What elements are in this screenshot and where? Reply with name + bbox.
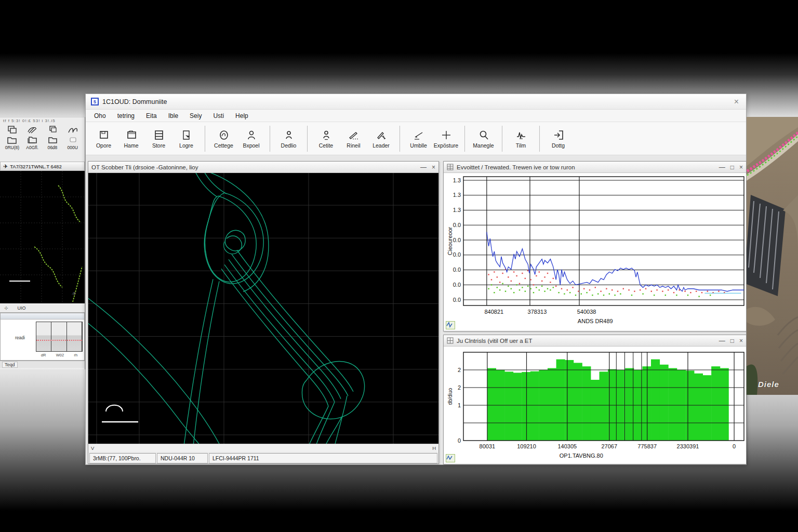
toolbar-button-open[interactable]: Opore [90, 124, 117, 153]
left-toolbar-button-2[interactable]: 06d8 [43, 125, 63, 162]
toolbar-label: Store [152, 142, 165, 149]
chart1-titlebar[interactable]: Evvoittet / Trewated. Trewen ive or tow … [444, 162, 746, 173]
left-toolbar: 0RU(8) A0Gfl. 06d8 000U [0, 124, 85, 162]
close-icon[interactable]: × [739, 337, 743, 344]
toolbar-button-store[interactable]: Store [145, 124, 172, 153]
left-toolbar-button-1[interactable]: A0Gfl. [22, 125, 43, 162]
toolbar-separator [400, 126, 400, 152]
toolbar-label: Umblle [410, 142, 427, 149]
toolbar-button-log[interactable]: Logre [172, 124, 200, 153]
satellite-map-strip[interactable]: Diele [747, 117, 798, 395]
chart2-tool-button[interactable] [446, 454, 455, 462]
toolbar-button-frame[interactable]: Hame [117, 124, 145, 153]
plane-icon: ✈ [3, 164, 8, 169]
toolbar-button-enable[interactable]: Umblle [405, 124, 432, 153]
menu-item[interactable]: tetring [117, 112, 135, 119]
folder-icon [7, 135, 17, 144]
menu-item[interactable]: Help [235, 112, 248, 119]
mdi-client-area: OT Scobber Tli (drsoioe -Gatoninne, lioy… [86, 156, 746, 464]
timeseries-chart-window: Evvoittet / Trewated. Trewen ive or tow … [443, 161, 747, 331]
toolbar-separator [205, 126, 205, 152]
left-status-icon: ⊹ [4, 305, 8, 311]
toolbar-button-settings[interactable]: Cettege [210, 124, 237, 153]
left-window-titlebar[interactable]: ✈ TA7/3271TWNL.T 6482 [0, 162, 85, 171]
toolbar-button-manage[interactable]: Manegle [470, 124, 497, 153]
toolbar-label: Cettege [214, 142, 233, 149]
svg-text:0.0: 0.0 [453, 237, 461, 243]
minimize-icon[interactable]: — [420, 164, 427, 171]
left-statusbar: ⊹ UIO [0, 303, 85, 313]
left-status-text: UIO [18, 305, 26, 311]
signal-tool-icon [446, 322, 453, 328]
status-cell-solution: 3rMB:(77, 100Pbro. [89, 453, 156, 463]
close-icon[interactable]: × [432, 164, 435, 171]
svg-text:540038: 540038 [577, 309, 596, 315]
toolbar-separator [464, 126, 465, 152]
blank-box-icon [68, 135, 78, 144]
plot-scroll-strip[interactable]: V H [88, 444, 438, 452]
toolbar-button-radio[interactable]: Dedlio [275, 124, 302, 153]
page-pen-icon [180, 129, 193, 141]
toolbar-separator [307, 126, 308, 152]
toolbar-button-exit[interactable]: Dottg [544, 124, 572, 153]
minimize-icon[interactable]: — [719, 164, 725, 171]
toolbar-button-leader[interactable]: Leader [367, 124, 395, 153]
chart1-tool-button[interactable] [446, 321, 455, 329]
close-icon[interactable]: × [739, 164, 743, 171]
gnss-trace [34, 247, 62, 287]
chart2-body[interactable]: 8003110921014030527067775837233039102210… [444, 347, 746, 464]
left-sub-titlebar[interactable] [1, 313, 84, 320]
pen-cross-icon [375, 129, 388, 141]
close-icon[interactable]: × [732, 97, 741, 107]
svg-text:0.0: 0.0 [453, 282, 461, 288]
maximize-icon[interactable]: □ [730, 337, 734, 344]
main-titlebar[interactable]: 5 1C1OUD: Dommuniite × [86, 94, 746, 110]
toolbar-label: Bxpoel [243, 142, 259, 149]
chart1-body[interactable]: 1.31.31.30.00.00.00.00.00.08408213783135… [444, 173, 746, 331]
plot-corner-label: .dl [72, 291, 76, 295]
plot-window-title: OT Scobber Tli (drsoioe -Gatoninne, lioy [91, 164, 417, 170]
trajectory-plot-window: OT Scobber Tli (drsoioe -Gatoninne, lioy… [88, 161, 439, 464]
plot-window-titlebar[interactable]: OT Scobber Tli (drsoioe -Gatoninne, lioy… [88, 162, 438, 173]
satellite-image [747, 117, 798, 395]
toolbar-button-export[interactable]: Bxpoel [237, 124, 265, 153]
svg-text:140305: 140305 [557, 443, 577, 449]
edit-pens-icon [26, 125, 38, 135]
left-toolbar-button-3[interactable]: 000U [62, 125, 83, 162]
toolbar-button-edit[interactable]: Cetite [312, 124, 340, 153]
left-toolbar-label: A0Gfl. [26, 145, 38, 150]
mini-chart-ylabel: readi [15, 335, 25, 340]
menu-item[interactable]: Ible [168, 112, 178, 119]
menu-item[interactable]: Seiy [190, 112, 202, 119]
svg-text:1.3: 1.3 [453, 207, 461, 213]
toolbar-button-line[interactable]: Rineil [340, 124, 367, 153]
maximize-icon[interactable]: □ [730, 164, 734, 171]
left-toolbar-label: 0RU(8) [5, 145, 19, 150]
left-app-window: tf f 5:3! 0!:£ 53! i 3!.i5 0RU(8) A0Gfl.… [0, 117, 85, 369]
toolbar-button-exposure[interactable]: Expösture [432, 124, 460, 153]
user-icon [245, 129, 258, 141]
mini-xtick: rh [74, 353, 78, 357]
left-window-title: TA7/3271TWNL.T 6482 [10, 164, 61, 169]
toolbar-label: Logre [179, 142, 193, 149]
svg-text:1.3: 1.3 [453, 192, 461, 198]
mini-chart-cell [51, 322, 66, 351]
toolbar-button-trim[interactable]: Tilm [507, 124, 535, 153]
folder-window-icon [125, 129, 138, 141]
left-track-plot[interactable]: .dl [0, 171, 85, 303]
menu-item[interactable]: Oho [94, 112, 106, 119]
svg-text:ANDS DR489: ANDS DR489 [578, 318, 613, 324]
trajectory-canvas[interactable] [88, 173, 438, 444]
menu-item[interactable]: Usti [213, 112, 224, 119]
menu-item[interactable]: Eita [146, 112, 157, 119]
toolbar-label: Manegle [473, 142, 494, 149]
svg-text:OP1.TAVBNG.80: OP1.TAVBNG.80 [560, 453, 603, 459]
chart2-titlebar[interactable]: Ju Clntrisls (vitil Off uer a ET — □ × [444, 335, 746, 347]
north-arc [106, 405, 123, 411]
toolbar-separator [539, 126, 540, 152]
gnss-track [88, 173, 365, 444]
svg-text:1.3: 1.3 [453, 177, 461, 183]
minimize-icon[interactable]: — [719, 337, 725, 344]
chart1-svg: 1.31.31.30.00.00.00.00.00.08408213783135… [444, 173, 744, 331]
left-toolbar-button-0[interactable]: 0RU(8) [2, 125, 22, 162]
